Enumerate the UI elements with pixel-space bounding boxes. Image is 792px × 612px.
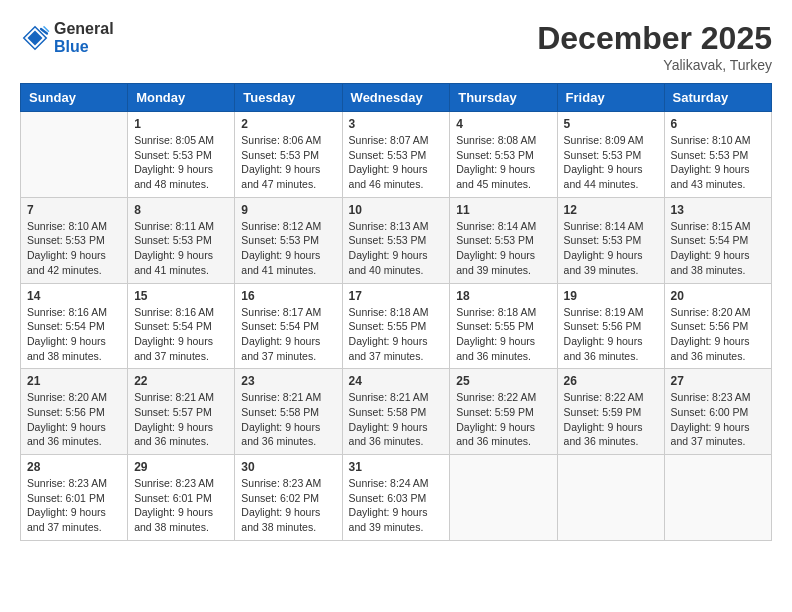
day-info: Sunrise: 8:06 AMSunset: 5:53 PMDaylight:… (241, 133, 335, 192)
day-number: 4 (456, 117, 550, 131)
calendar-day-cell: 17Sunrise: 8:18 AMSunset: 5:55 PMDayligh… (342, 283, 450, 369)
calendar-day-cell (450, 455, 557, 541)
calendar-day-cell: 18Sunrise: 8:18 AMSunset: 5:55 PMDayligh… (450, 283, 557, 369)
day-number: 16 (241, 289, 335, 303)
day-info: Sunrise: 8:24 AMSunset: 6:03 PMDaylight:… (349, 476, 444, 535)
day-info: Sunrise: 8:22 AMSunset: 5:59 PMDaylight:… (456, 390, 550, 449)
calendar-day-cell: 10Sunrise: 8:13 AMSunset: 5:53 PMDayligh… (342, 197, 450, 283)
calendar-day-cell: 13Sunrise: 8:15 AMSunset: 5:54 PMDayligh… (664, 197, 771, 283)
day-number: 30 (241, 460, 335, 474)
location: Yalikavak, Turkey (537, 57, 772, 73)
day-number: 10 (349, 203, 444, 217)
calendar-day-cell: 4Sunrise: 8:08 AMSunset: 5:53 PMDaylight… (450, 112, 557, 198)
day-info: Sunrise: 8:12 AMSunset: 5:53 PMDaylight:… (241, 219, 335, 278)
calendar-day-cell: 6Sunrise: 8:10 AMSunset: 5:53 PMDaylight… (664, 112, 771, 198)
day-info: Sunrise: 8:08 AMSunset: 5:53 PMDaylight:… (456, 133, 550, 192)
day-info: Sunrise: 8:20 AMSunset: 5:56 PMDaylight:… (27, 390, 121, 449)
calendar-day-cell: 21Sunrise: 8:20 AMSunset: 5:56 PMDayligh… (21, 369, 128, 455)
calendar-day-cell: 1Sunrise: 8:05 AMSunset: 5:53 PMDaylight… (128, 112, 235, 198)
calendar-day-cell: 5Sunrise: 8:09 AMSunset: 5:53 PMDaylight… (557, 112, 664, 198)
calendar-day-cell: 8Sunrise: 8:11 AMSunset: 5:53 PMDaylight… (128, 197, 235, 283)
day-number: 20 (671, 289, 765, 303)
logo-blue: Blue (54, 38, 114, 56)
calendar-day-cell (557, 455, 664, 541)
day-number: 27 (671, 374, 765, 388)
calendar-day-cell: 22Sunrise: 8:21 AMSunset: 5:57 PMDayligh… (128, 369, 235, 455)
day-info: Sunrise: 8:23 AMSunset: 6:01 PMDaylight:… (134, 476, 228, 535)
calendar-week-row: 1Sunrise: 8:05 AMSunset: 5:53 PMDaylight… (21, 112, 772, 198)
day-number: 18 (456, 289, 550, 303)
calendar-day-header: Friday (557, 84, 664, 112)
day-info: Sunrise: 8:21 AMSunset: 5:58 PMDaylight:… (241, 390, 335, 449)
day-info: Sunrise: 8:23 AMSunset: 6:02 PMDaylight:… (241, 476, 335, 535)
day-number: 15 (134, 289, 228, 303)
calendar-day-cell: 14Sunrise: 8:16 AMSunset: 5:54 PMDayligh… (21, 283, 128, 369)
day-number: 24 (349, 374, 444, 388)
day-number: 2 (241, 117, 335, 131)
day-info: Sunrise: 8:23 AMSunset: 6:00 PMDaylight:… (671, 390, 765, 449)
page-header: General Blue December 2025 Yalikavak, Tu… (20, 20, 772, 73)
calendar-day-header: Wednesday (342, 84, 450, 112)
calendar-day-cell (21, 112, 128, 198)
day-number: 23 (241, 374, 335, 388)
day-number: 14 (27, 289, 121, 303)
calendar-week-row: 14Sunrise: 8:16 AMSunset: 5:54 PMDayligh… (21, 283, 772, 369)
day-number: 21 (27, 374, 121, 388)
calendar-day-cell: 15Sunrise: 8:16 AMSunset: 5:54 PMDayligh… (128, 283, 235, 369)
day-info: Sunrise: 8:19 AMSunset: 5:56 PMDaylight:… (564, 305, 658, 364)
calendar-day-cell: 19Sunrise: 8:19 AMSunset: 5:56 PMDayligh… (557, 283, 664, 369)
calendar-week-row: 28Sunrise: 8:23 AMSunset: 6:01 PMDayligh… (21, 455, 772, 541)
day-number: 9 (241, 203, 335, 217)
calendar-day-cell: 29Sunrise: 8:23 AMSunset: 6:01 PMDayligh… (128, 455, 235, 541)
day-number: 25 (456, 374, 550, 388)
day-number: 13 (671, 203, 765, 217)
day-info: Sunrise: 8:22 AMSunset: 5:59 PMDaylight:… (564, 390, 658, 449)
day-number: 11 (456, 203, 550, 217)
day-number: 26 (564, 374, 658, 388)
day-number: 31 (349, 460, 444, 474)
day-info: Sunrise: 8:11 AMSunset: 5:53 PMDaylight:… (134, 219, 228, 278)
calendar-day-cell: 30Sunrise: 8:23 AMSunset: 6:02 PMDayligh… (235, 455, 342, 541)
day-info: Sunrise: 8:17 AMSunset: 5:54 PMDaylight:… (241, 305, 335, 364)
calendar-table: SundayMondayTuesdayWednesdayThursdayFrid… (20, 83, 772, 541)
calendar-day-cell: 9Sunrise: 8:12 AMSunset: 5:53 PMDaylight… (235, 197, 342, 283)
calendar-day-cell: 16Sunrise: 8:17 AMSunset: 5:54 PMDayligh… (235, 283, 342, 369)
day-info: Sunrise: 8:14 AMSunset: 5:53 PMDaylight:… (456, 219, 550, 278)
calendar-day-cell: 7Sunrise: 8:10 AMSunset: 5:53 PMDaylight… (21, 197, 128, 283)
calendar-week-row: 21Sunrise: 8:20 AMSunset: 5:56 PMDayligh… (21, 369, 772, 455)
day-info: Sunrise: 8:09 AMSunset: 5:53 PMDaylight:… (564, 133, 658, 192)
day-info: Sunrise: 8:05 AMSunset: 5:53 PMDaylight:… (134, 133, 228, 192)
day-info: Sunrise: 8:18 AMSunset: 5:55 PMDaylight:… (349, 305, 444, 364)
calendar-day-cell: 26Sunrise: 8:22 AMSunset: 5:59 PMDayligh… (557, 369, 664, 455)
day-number: 3 (349, 117, 444, 131)
day-number: 5 (564, 117, 658, 131)
calendar-day-cell: 25Sunrise: 8:22 AMSunset: 5:59 PMDayligh… (450, 369, 557, 455)
day-number: 7 (27, 203, 121, 217)
day-number: 1 (134, 117, 228, 131)
day-info: Sunrise: 8:14 AMSunset: 5:53 PMDaylight:… (564, 219, 658, 278)
calendar-week-row: 7Sunrise: 8:10 AMSunset: 5:53 PMDaylight… (21, 197, 772, 283)
day-number: 17 (349, 289, 444, 303)
month-title: December 2025 (537, 20, 772, 57)
day-info: Sunrise: 8:21 AMSunset: 5:57 PMDaylight:… (134, 390, 228, 449)
logo-text: General Blue (54, 20, 114, 56)
calendar-day-cell: 20Sunrise: 8:20 AMSunset: 5:56 PMDayligh… (664, 283, 771, 369)
day-info: Sunrise: 8:15 AMSunset: 5:54 PMDaylight:… (671, 219, 765, 278)
day-number: 8 (134, 203, 228, 217)
day-info: Sunrise: 8:16 AMSunset: 5:54 PMDaylight:… (27, 305, 121, 364)
logo-icon (20, 23, 50, 53)
calendar-day-cell: 11Sunrise: 8:14 AMSunset: 5:53 PMDayligh… (450, 197, 557, 283)
calendar-day-header: Monday (128, 84, 235, 112)
title-block: December 2025 Yalikavak, Turkey (537, 20, 772, 73)
calendar-day-header: Tuesday (235, 84, 342, 112)
logo: General Blue (20, 20, 114, 56)
calendar-header-row: SundayMondayTuesdayWednesdayThursdayFrid… (21, 84, 772, 112)
day-info: Sunrise: 8:20 AMSunset: 5:56 PMDaylight:… (671, 305, 765, 364)
day-info: Sunrise: 8:10 AMSunset: 5:53 PMDaylight:… (27, 219, 121, 278)
day-number: 19 (564, 289, 658, 303)
calendar-day-cell: 3Sunrise: 8:07 AMSunset: 5:53 PMDaylight… (342, 112, 450, 198)
calendar-day-cell (664, 455, 771, 541)
calendar-day-cell: 27Sunrise: 8:23 AMSunset: 6:00 PMDayligh… (664, 369, 771, 455)
calendar-day-header: Sunday (21, 84, 128, 112)
day-info: Sunrise: 8:13 AMSunset: 5:53 PMDaylight:… (349, 219, 444, 278)
